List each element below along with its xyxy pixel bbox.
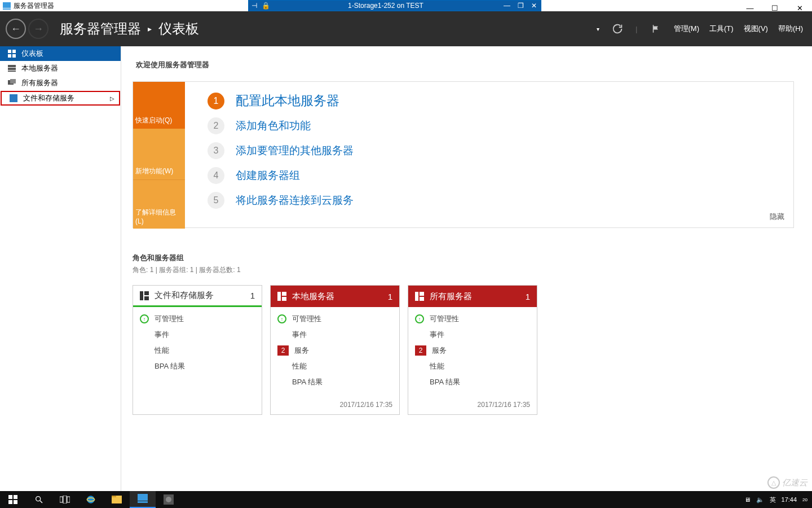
system-tray: 🖥 🔈 英 17:44 20: [744, 496, 812, 504]
refresh-icon[interactable]: [610, 23, 625, 35]
step-number: 4: [208, 167, 224, 184]
hide-link[interactable]: 隐藏: [770, 212, 784, 222]
network-icon[interactable]: 🖥: [744, 496, 751, 503]
welcome-heading: 欢迎使用服务器管理器: [136, 60, 794, 70]
volume-icon[interactable]: 🔈: [756, 496, 764, 503]
tile-row[interactable]: BPA 结果: [140, 361, 255, 371]
flag-icon[interactable]: [648, 24, 664, 34]
step-number: 3: [208, 142, 224, 159]
remote-minimize-button[interactable]: ―: [500, 2, 514, 10]
remote-session-title: 1-Storage1-252 on TEST: [271, 2, 500, 10]
step-add-roles[interactable]: 2添加角色和功能: [208, 117, 771, 134]
tile-row[interactable]: 事件: [140, 330, 255, 340]
step-number: 1: [208, 93, 224, 110]
dropdown-icon[interactable]: ▾: [597, 26, 599, 32]
step-connect-cloud[interactable]: 5将此服务器连接到云服务: [208, 192, 771, 209]
lock-icon: 🔒: [260, 2, 271, 10]
separator: |: [636, 25, 637, 33]
tab-whats-new[interactable]: 新增功能(W): [133, 129, 185, 179]
nav-forward-button[interactable]: →: [28, 19, 48, 39]
tab-learn-more[interactable]: 了解详细信息(L): [133, 179, 185, 229]
start-button[interactable]: [0, 491, 26, 508]
sidebar-item-dashboard[interactable]: 仪表板: [0, 46, 121, 61]
pin-icon[interactable]: ⊣: [249, 2, 260, 10]
svg-rect-23: [8, 500, 12, 504]
menu-tools[interactable]: 工具(T): [709, 24, 734, 34]
taskbar-explorer[interactable]: [104, 491, 130, 508]
tile-row[interactable]: ↑可管理性: [415, 314, 530, 324]
window-title: 服务器管理器: [14, 1, 54, 11]
tile-row[interactable]: 性能: [277, 361, 392, 371]
svg-rect-6: [8, 65, 16, 67]
svg-line-26: [40, 501, 42, 503]
taskbar-app[interactable]: [156, 491, 182, 508]
tile-row[interactable]: 2服务: [277, 345, 392, 356]
tile-row[interactable]: ↑可管理性: [277, 314, 392, 324]
ime-indicator[interactable]: 英: [770, 496, 776, 504]
tile-row[interactable]: BPA 结果: [277, 377, 392, 387]
tile-row-label: 性能: [292, 361, 307, 371]
svg-point-25: [36, 497, 41, 501]
tile-row[interactable]: ↑可管理性: [140, 314, 255, 324]
sidebar-item-label: 仪表板: [21, 49, 43, 59]
storage-icon: [10, 94, 19, 102]
sidebar-item-label: 所有服务器: [21, 78, 58, 88]
step-number: 5: [208, 192, 224, 209]
svg-rect-19: [420, 292, 424, 296]
watermark-text: 亿速云: [782, 478, 807, 488]
tile-row-label: 事件: [155, 330, 169, 340]
tab-label: 快速启动(Q): [135, 116, 172, 125]
tile-row[interactable]: 性能: [140, 345, 255, 356]
step-label: 配置此本地服务器: [236, 92, 339, 110]
menu-view[interactable]: 视图(V): [744, 24, 768, 34]
menu-help[interactable]: 帮助(H): [778, 24, 803, 34]
tile[interactable]: 所有服务器1↑可管理性事件2服务性能BPA 结果2017/12/16 17:35: [408, 285, 537, 415]
tab-quick-start[interactable]: 快速启动(Q): [133, 82, 185, 129]
status-up-icon: ↑: [277, 314, 286, 323]
taskview-button[interactable]: [52, 491, 78, 508]
taskbar-ie[interactable]: [78, 491, 104, 508]
tile-row[interactable]: 2服务: [415, 345, 530, 356]
sidebar-item-label: 本地服务器: [21, 63, 58, 73]
step-label: 创建服务器组: [236, 168, 300, 183]
sidebar-item-file-storage[interactable]: 文件和存储服务 ▷: [1, 91, 120, 106]
tile-body: ↑可管理性事件性能BPA 结果: [133, 307, 262, 405]
remote-restore-button[interactable]: ❐: [514, 2, 527, 10]
menu-manage[interactable]: 管理(M): [674, 24, 700, 34]
sidebar-item-local-server[interactable]: 本地服务器: [0, 61, 121, 76]
clock-time[interactable]: 17:44: [782, 496, 797, 503]
tile-header: 文件和存储服务1: [133, 286, 262, 307]
sidebar: 仪表板 本地服务器 所有服务器 文件和存储服务 ▷: [0, 46, 121, 491]
servers-icon: [8, 79, 17, 87]
svg-rect-1: [3, 8, 11, 10]
step-add-servers[interactable]: 3添加要管理的其他服务器: [208, 142, 771, 159]
svg-rect-24: [14, 500, 17, 504]
tile-row[interactable]: 性能: [415, 361, 530, 371]
step-create-group[interactable]: 4创建服务器组: [208, 167, 771, 184]
chevron-right-icon: ▷: [110, 95, 114, 102]
tile-row[interactable]: 事件: [277, 330, 392, 340]
taskbar: 🖥 🔈 英 17:44 20: [0, 491, 812, 508]
tile-row-label: 性能: [430, 361, 444, 371]
tile-icon: [277, 292, 286, 301]
tile[interactable]: 文件和存储服务1↑可管理性事件性能BPA 结果: [133, 285, 262, 415]
svg-rect-22: [14, 495, 17, 499]
tile[interactable]: 本地服务器1↑可管理性事件2服务性能BPA 结果2017/12/16 17:35: [270, 285, 400, 415]
nav-back-button[interactable]: ←: [6, 19, 26, 39]
svg-rect-34: [138, 494, 148, 501]
taskbar-server-manager[interactable]: [130, 491, 156, 508]
breadcrumb-root[interactable]: 服务器管理器: [60, 20, 141, 38]
step-configure-local[interactable]: 1配置此本地服务器: [208, 92, 771, 110]
sidebar-item-all-servers[interactable]: 所有服务器: [0, 76, 121, 90]
search-button[interactable]: [26, 491, 52, 508]
sidebar-item-label: 文件和存储服务: [23, 93, 74, 103]
svg-rect-16: [282, 292, 286, 296]
tile-body: ↑可管理性事件2服务性能BPA 结果: [271, 307, 399, 397]
tile-icon: [415, 292, 424, 301]
remote-close-button[interactable]: ✕: [527, 2, 541, 10]
roles-section-subtitle: 角色: 1 | 服务器组: 1 | 服务器总数: 1: [133, 265, 794, 275]
step-label: 添加角色和功能: [236, 119, 311, 133]
tile-row[interactable]: 事件: [415, 330, 530, 340]
svg-rect-8: [8, 71, 16, 72]
tile-row[interactable]: BPA 结果: [415, 377, 530, 387]
